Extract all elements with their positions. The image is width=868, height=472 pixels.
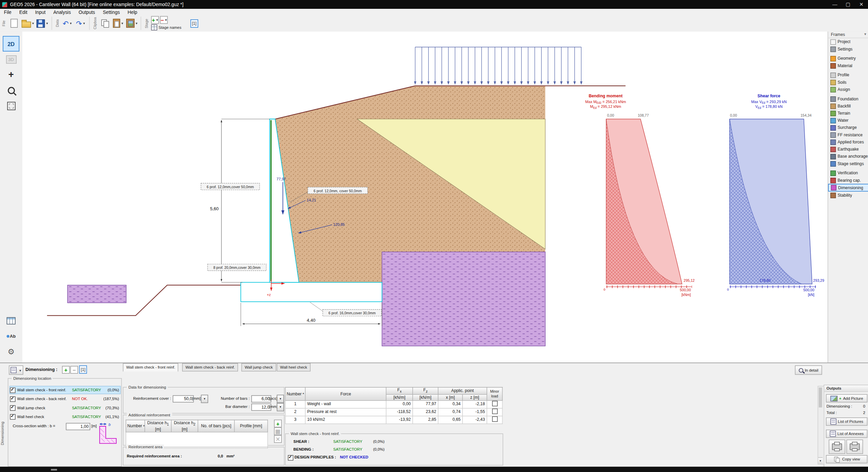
checkbox-checked[interactable] (10, 387, 15, 393)
view-2d-button[interactable]: 2D (3, 36, 19, 52)
sidebar-item-geometry[interactable]: Geometry (828, 55, 868, 62)
add-stage-dropdown-icon[interactable]: ▼ (156, 18, 159, 22)
add-location-button[interactable]: + (62, 366, 70, 374)
menu-settings[interactable]: Settings (99, 9, 124, 15)
remove-stage-button[interactable]: −▼ (160, 16, 168, 24)
sidebar-item-settings[interactable]: Settings (828, 45, 868, 53)
undo-button[interactable]: ▼ (61, 16, 74, 30)
copy-button[interactable] (99, 16, 111, 30)
tab-front-reinf[interactable]: Wall stem check - front reinf. (123, 363, 178, 371)
sidebar-item-profile[interactable]: Profile (828, 72, 868, 79)
panel-scrollbar[interactable]: ▼ (817, 386, 824, 465)
delete-reinforcement-button[interactable]: ✕ (274, 435, 282, 443)
sidebar-item-soils[interactable]: Soils (828, 79, 868, 86)
frame-list-button[interactable]: ▼ (9, 366, 23, 375)
diam-dropdown-button[interactable]: ▼ (277, 403, 284, 411)
paste-picture-dropdown-icon[interactable]: ▼ (135, 22, 138, 25)
list-of-pictures-button[interactable]: List of Pictures (826, 417, 867, 426)
diam-input[interactable]: 12,0 (251, 404, 271, 411)
frames-collapse-icon[interactable]: ▼ (864, 32, 868, 38)
tab-heel-check[interactable]: Wall heel check (277, 363, 310, 371)
force-row-2[interactable]: 2 Pressure at rest -118,52 23,62 0,74 -1… (285, 408, 502, 416)
sidebar-item-verification[interactable]: Verification (828, 170, 868, 177)
checkbox-checked[interactable] (10, 396, 15, 401)
scroll-down-button[interactable]: ▼ (818, 457, 823, 464)
add-reinforcement-button[interactable]: + (274, 420, 282, 428)
sidebar-item-stage-settings[interactable]: Stage settings (828, 160, 868, 167)
minor-load-checkbox[interactable] (492, 400, 497, 406)
sidebar-item-applied-forces[interactable]: Applied forces (828, 138, 868, 145)
checkbox-checked[interactable] (10, 414, 15, 419)
save-dropdown-icon[interactable]: ▼ (46, 22, 49, 25)
redo-button[interactable]: ▼ (75, 16, 87, 30)
location-row-heel[interactable]: Wall heel check SATISFACTORY (41,1%) (10, 413, 120, 420)
sort-asc-icon[interactable] (301, 392, 304, 397)
cover-input[interactable]: 50,0 (173, 395, 194, 402)
minimize-button[interactable]: — (828, 0, 841, 9)
list-of-annexes-button[interactable]: List of Annexes (826, 430, 867, 438)
menu-edit[interactable]: Edit (15, 9, 31, 15)
design-principles-checkbox[interactable] (288, 455, 293, 460)
pan-button[interactable] (3, 67, 19, 83)
menu-outputs[interactable]: Outputs (75, 9, 99, 15)
width-input[interactable]: 1,00 (66, 423, 90, 430)
close-button[interactable]: ✕ (855, 0, 868, 9)
tab-jump-check[interactable]: Wall jump check (241, 363, 276, 371)
drawing-canvas[interactable]: 5,60 4,40 77,97 14,21 120,85 6 (22, 32, 828, 362)
cover-dropdown-button[interactable]: ▼ (201, 395, 208, 403)
paste-dropdown-icon[interactable]: ▼ (121, 22, 124, 25)
save-file-button[interactable]: ▼ (36, 16, 49, 30)
location-row-jump[interactable]: Wall jump check SATISFACTORY (70,3%) (10, 404, 120, 411)
location-row-front-reinf[interactable]: Wall stem check - front reinf. SATISFACT… (10, 387, 120, 394)
zoom-button[interactable] (3, 82, 19, 98)
paste-button[interactable]: ▼ (112, 16, 124, 30)
remove-stage-dropdown-icon[interactable]: ▼ (164, 18, 167, 22)
sidebar-item-bearing-cap[interactable]: Bearing cap. (828, 177, 868, 184)
redo-dropdown-icon[interactable]: ▼ (82, 22, 85, 25)
open-file-button[interactable]: ▼ (21, 16, 35, 30)
table-view-button[interactable] (3, 313, 19, 328)
stage-names-label[interactable]: Stage names (159, 25, 181, 29)
add-stage-button[interactable]: +▼ (151, 16, 159, 24)
print-picture-button[interactable] (829, 439, 845, 454)
add-picture-button[interactable]: +Add Picture (826, 394, 867, 402)
force-row-1[interactable]: 1 Weight - wall 0,00 77,97 0,34 -2,18 (285, 400, 502, 408)
sidebar-item-project[interactable]: Project (828, 38, 868, 45)
scrollbar-thumb[interactable] (819, 388, 822, 408)
sidebar-item-base-anchorage[interactable]: Base anchorage (828, 153, 868, 160)
stage-1-button[interactable]: [1] (190, 19, 198, 27)
menu-analysis[interactable]: Analysis (50, 9, 75, 15)
print-document-button[interactable] (846, 439, 863, 454)
sidebar-item-earthquake[interactable]: Earthquake (828, 145, 868, 153)
checkbox-checked[interactable] (10, 405, 15, 410)
force-row-3[interactable]: 3 10 kN/m2 -13,92 2,85 0,65 -2,43 (285, 416, 502, 424)
sidebar-item-material[interactable]: Material (828, 62, 868, 69)
sidebar-item-dimensioning[interactable]: Dimensioning (828, 184, 868, 192)
sidebar-item-surcharge[interactable]: Surcharge (828, 124, 868, 131)
remove-location-button[interactable]: − (70, 366, 78, 374)
maximize-button[interactable]: ▢ (842, 0, 855, 9)
bars-input[interactable]: 6,00 (251, 395, 271, 402)
bars-dropdown-button[interactable]: ▼ (277, 395, 284, 403)
sidebar-item-water[interactable]: Water (828, 117, 868, 124)
view-3d-button[interactable]: 3D (3, 52, 19, 67)
menu-file[interactable]: File (0, 9, 15, 15)
new-file-button[interactable] (8, 16, 20, 30)
zoom-fit-button[interactable] (3, 98, 19, 114)
sidebar-item-foundation[interactable]: Foundation (828, 95, 868, 102)
tab-back-reinf[interactable]: Wall stem check - back reinf. (182, 363, 238, 371)
sort-asc-icon[interactable] (142, 424, 145, 429)
paste-picture-button[interactable]: ▼ (125, 16, 138, 30)
annotation-button[interactable]: Ab (3, 328, 19, 344)
sidebar-item-stability[interactable]: Stability (828, 192, 868, 199)
edit-reinforcement-button[interactable]: ▦ (274, 427, 282, 435)
location-row-back-reinf[interactable]: Wall stem check - back reinf. NOT OK. (1… (10, 395, 120, 402)
sidebar-item-backfill[interactable]: Backfill (828, 102, 868, 110)
forces-table[interactable]: Number Force Fx Fz Applic. point Minor l… (285, 387, 503, 424)
minor-load-checkbox[interactable] (492, 408, 497, 414)
undo-dropdown-icon[interactable]: ▼ (69, 22, 72, 25)
menu-help[interactable]: Help (124, 9, 141, 15)
drawing-settings-button[interactable] (3, 344, 19, 359)
menu-input[interactable]: Input (31, 9, 50, 15)
sidebar-item-ff-resistance[interactable]: FF resistance (828, 131, 868, 138)
